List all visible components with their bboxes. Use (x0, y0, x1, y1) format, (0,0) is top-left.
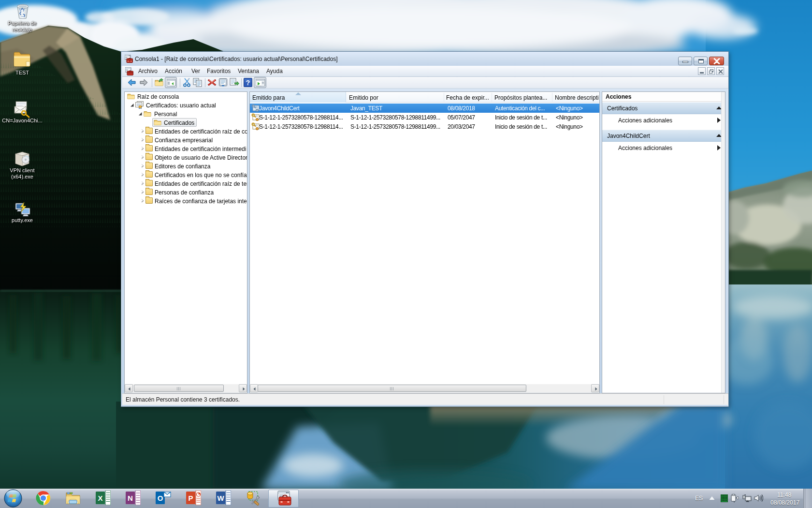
svg-text:O: O (158, 494, 163, 502)
svg-text:X: X (98, 494, 102, 502)
svg-text:W: W (217, 494, 224, 502)
svg-text:?: ? (246, 79, 250, 87)
svg-text:N: N (128, 494, 133, 502)
svg-text:P: P (188, 494, 193, 502)
